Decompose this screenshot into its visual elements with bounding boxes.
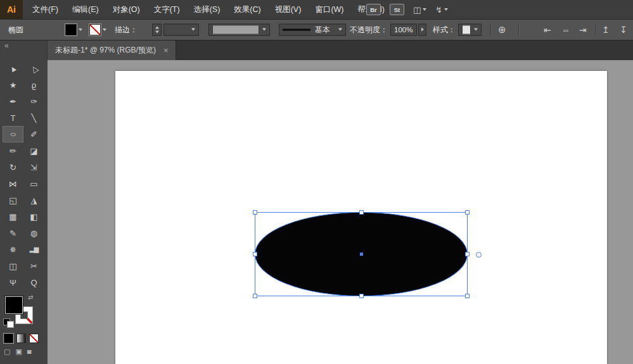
eraser-tool[interactable]: ◪ [23, 142, 44, 159]
draw-inside-mode-button[interactable]: ◙ [27, 348, 32, 356]
pen-tool[interactable]: ✒ [3, 93, 23, 110]
eyedropper-tool[interactable]: ✎ [3, 225, 23, 241]
handle-middle-right[interactable] [465, 252, 470, 256]
arrange-documents-icon[interactable]: ◫ [413, 6, 426, 14]
stepper-up-icon[interactable] [155, 26, 159, 28]
gradient-tool-icon: ◧ [30, 213, 37, 221]
width-tool[interactable]: ⋈ [3, 175, 23, 192]
align-horizontal-right-icon[interactable]: ⇥ [579, 25, 587, 35]
menu-bar: Ai 文件(F) 编辑(E) 对象(O) 文字(T) 选择(S) 效果(C) 视… [0, 0, 633, 20]
menu-item-window[interactable]: 窗口(W) [308, 0, 350, 19]
handle-top-left[interactable] [253, 210, 257, 215]
curvature-tool[interactable]: ✑ [23, 93, 44, 110]
menu-item-view[interactable]: 视图(V) [268, 0, 309, 19]
paintbrush-tool-icon: ✐ [30, 130, 37, 139]
style-dropdown[interactable] [458, 23, 482, 35]
document-tab[interactable]: 未标题-1* @ 97% (RGB/预览) × [48, 40, 176, 60]
slice-tool[interactable]: ✂ [23, 258, 44, 274]
menu-item-object[interactable]: 对象(O) [106, 0, 147, 19]
zoom-tool[interactable]: Q [23, 274, 44, 291]
handle-middle-left[interactable] [253, 252, 257, 256]
active-tool-label: 椭圆 [8, 24, 23, 35]
rotate-tool[interactable]: ↻ [3, 159, 23, 175]
selection-center-point[interactable] [360, 253, 363, 256]
mesh-tool-icon: ▦ [9, 213, 16, 221]
artboard-tool[interactable]: ◫ [3, 258, 23, 274]
line-tool[interactable]: ╲ [23, 110, 44, 126]
hand-tool[interactable]: Ψ [3, 274, 23, 291]
fill-well[interactable] [5, 296, 23, 314]
shape-builder-tool[interactable]: ◱ [3, 192, 23, 208]
default-fill-stroke-icon[interactable] [3, 318, 14, 328]
stroke-color-swatch[interactable] [89, 24, 101, 35]
lasso-tool[interactable]: ϱ [23, 77, 44, 93]
recolor-artwork-icon[interactable]: ⊕ [498, 24, 506, 35]
menu-item-edit[interactable]: 编辑(E) [65, 0, 106, 19]
type-tool[interactable]: T [3, 110, 23, 126]
menu-item-type[interactable]: 文字(T) [147, 0, 187, 19]
illustrator-window: Ai 文件(F) 编辑(E) 对象(O) 文字(T) 选择(S) 效果(C) 视… [0, 0, 633, 364]
menubar-right-icons: Br St ◫ ↯ [366, 0, 448, 19]
magic-wand-tool[interactable]: ★ [3, 77, 23, 93]
opacity-options-button[interactable] [418, 23, 426, 35]
width-profile-dropdown[interactable]: 基本 [279, 23, 346, 35]
handle-bottom-center[interactable] [359, 294, 364, 298]
draw-normal-mode-button[interactable]: ▢ [4, 348, 10, 356]
ellipse-tool[interactable]: ○ [3, 126, 23, 142]
tab-close-icon[interactable]: × [163, 46, 169, 55]
gradient-mode-button[interactable] [16, 334, 26, 343]
direct-selection-tool[interactable]: △ [23, 60, 44, 77]
align-vertical-bottom-icon[interactable]: ↧ [620, 25, 627, 35]
none-mode-button[interactable] [29, 334, 39, 343]
column-graph-tool[interactable]: ▂▆ [23, 241, 44, 258]
align-horizontal-center-icon[interactable]: ⇔ [561, 25, 570, 35]
stock-badge[interactable]: St [390, 4, 404, 15]
symbol-sprayer-tool-icon: ✵ [10, 246, 16, 254]
stroke-weight-stepper[interactable] [152, 23, 162, 35]
chevron-down-icon [474, 28, 478, 31]
opacity-input[interactable]: 100% [390, 23, 417, 35]
brush-preview [212, 25, 259, 34]
stepper-down-icon[interactable] [155, 30, 159, 33]
handle-top-right[interactable] [465, 210, 470, 215]
draw-behind-mode-button[interactable]: ▣ [15, 348, 22, 356]
blend-tool[interactable]: ◍ [23, 225, 44, 241]
gpu-performance-icon[interactable]: ↯ [435, 6, 448, 14]
collapse-chevrons-icon: « [4, 41, 9, 50]
free-transform-tool[interactable]: ▭ [23, 175, 44, 192]
menu-item-effect[interactable]: 效果(C) [227, 0, 267, 19]
brush-definition-dropdown[interactable] [208, 23, 270, 35]
symbol-sprayer-tool[interactable]: ✵ [3, 241, 23, 258]
gradient-tool[interactable]: ◧ [23, 208, 44, 225]
app-logo-icon[interactable]: Ai [0, 0, 23, 19]
canvas-area[interactable] [48, 60, 633, 364]
align-vertical-top-icon[interactable]: ↥ [602, 25, 610, 35]
menu-item-select[interactable]: 选择(S) [187, 0, 227, 19]
document-tab-title: 未标题-1* @ 97% (RGB/预览) [55, 45, 156, 56]
handle-bottom-left[interactable] [253, 294, 257, 298]
mesh-tool[interactable]: ▦ [3, 208, 23, 225]
handle-top-center[interactable] [359, 210, 364, 215]
tools-grid: ▲ △ ★ ϱ ✒ ✑ T ╲ ○ ✐ ✏ ◪ ↻ ⇲ ⋈ ▭ ◱ ◮ ▦ ◧ … [3, 60, 44, 291]
pencil-tool[interactable]: ✏ [3, 142, 23, 159]
free-transform-tool-icon: ▭ [30, 180, 37, 188]
color-mode-button[interactable] [4, 334, 13, 343]
fill-color-control[interactable] [65, 24, 82, 35]
scale-tool[interactable]: ⇲ [23, 159, 44, 175]
perspective-grid-tool[interactable]: ◮ [23, 192, 44, 208]
toolbar-collapse-button[interactable]: « [0, 40, 48, 60]
drawing-mode-buttons: ▢ ▣ ◙ [4, 348, 31, 356]
bridge-badge[interactable]: Br [366, 4, 381, 15]
menu-item-file[interactable]: 文件(F) [25, 0, 65, 19]
paintbrush-tool[interactable]: ✐ [23, 126, 44, 142]
rotate-tool-icon: ↻ [10, 163, 16, 172]
align-horizontal-left-icon[interactable]: ⇤ [544, 25, 551, 35]
stroke-color-control[interactable] [89, 24, 106, 35]
selection-tool[interactable]: ▲ [3, 60, 23, 77]
handle-bottom-right[interactable] [465, 294, 470, 298]
side-widget-handle[interactable] [476, 252, 482, 258]
swap-fill-stroke-icon[interactable]: ⇄ [28, 294, 33, 301]
separator [518, 23, 519, 35]
fill-color-swatch[interactable] [65, 24, 77, 35]
stroke-weight-dropdown[interactable] [163, 23, 199, 35]
